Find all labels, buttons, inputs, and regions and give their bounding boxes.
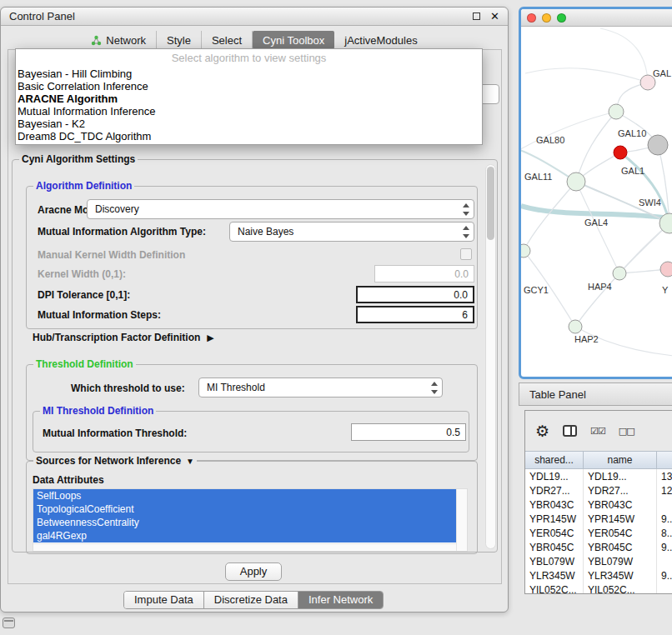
table-cell: 13...: [657, 469, 672, 483]
network-window-titlebar[interactable]: [521, 9, 672, 27]
network-node[interactable]: [613, 267, 626, 280]
table-cell: YBR043C: [525, 498, 584, 512]
table-cell: [657, 582, 672, 594]
column-header[interactable]: name: [584, 451, 657, 469]
network-node[interactable]: [648, 135, 668, 155]
column-header[interactable]: shared...: [525, 451, 584, 469]
network-node[interactable]: [609, 104, 624, 119]
network-node[interactable]: [569, 320, 582, 333]
field-value: 0.0: [454, 289, 468, 301]
node-label: Y: [662, 285, 669, 295]
sources-title: Sources for Network Inference: [36, 455, 181, 467]
hub-definition-expander[interactable]: Hub/Transcription Factor Definition▶: [33, 332, 214, 343]
manual-kernel-checkbox: [460, 248, 472, 260]
table-row[interactable]: YLR345WYLR345W9...: [525, 568, 672, 582]
bottom-tab-bar: Impute Data Discretize Data Infer Networ…: [123, 591, 384, 609]
tab-label: Network: [106, 34, 146, 47]
node-label: GAL4: [584, 218, 608, 228]
tab-label: jActiveModules: [344, 34, 417, 47]
table-row[interactable]: YBL079WYBL079W: [525, 554, 672, 568]
table-row[interactable]: YDL19...YDL19...13...: [525, 469, 672, 483]
select-all-icon[interactable]: ☑☑: [590, 426, 605, 437]
tab-style[interactable]: Style: [157, 31, 202, 49]
algorithm-option[interactable]: Bayesian - K2: [16, 118, 482, 130]
table-panel-titlebar[interactable]: Table Panel: [519, 382, 672, 406]
table-row[interactable]: YDR27...YDR27...12...: [525, 483, 672, 498]
mi-type-combobox[interactable]: Naive Bayes: [229, 222, 474, 242]
algorithm-popup-items: Bayesian - Hill ClimbingBasic Correlatio…: [16, 68, 482, 142]
kernel-width-label: Kernel Width (0,1):: [38, 268, 126, 280]
algorithm-option[interactable]: Basic Correlation Inference: [16, 80, 482, 92]
deselect-all-icon[interactable]: □□: [619, 426, 634, 437]
algorithm-option[interactable]: Dream8 DC_TDC Algorithm: [16, 130, 482, 142]
table-row[interactable]: YER054CYER054C8...: [525, 526, 672, 540]
list-horizontal-scrollbar[interactable]: [33, 543, 456, 551]
settings-scrollbar[interactable]: [485, 164, 496, 549]
tab-discretize-data[interactable]: Discretize Data: [204, 592, 298, 608]
expand-right-icon: ▶: [207, 332, 213, 342]
tab-label: Cyni Toolbox: [263, 34, 324, 47]
control-panel-titlebar[interactable]: Control Panel ✕: [1, 8, 508, 26]
network-canvas[interactable]: GALGAL80GAL10GAL11GAL1SWI4GAL4GCY1HAP4YH…: [521, 27, 672, 377]
apply-button[interactable]: Apply: [225, 562, 282, 581]
tab-select[interactable]: Select: [202, 31, 253, 49]
tab-jactivemodules[interactable]: jActiveModules: [334, 31, 427, 49]
scrollbar-thumb[interactable]: [487, 167, 494, 240]
network-node[interactable]: [660, 262, 672, 277]
sources-expander[interactable]: Sources for Network Inference▼: [33, 455, 197, 467]
network-node[interactable]: [521, 244, 530, 258]
table-row[interactable]: YIL052C...YIL052C...: [525, 582, 672, 594]
table-row[interactable]: YPR145WYPR145W9...: [525, 512, 672, 526]
float-window-icon[interactable]: [473, 12, 480, 20]
kernel-width-field: 0.0: [374, 265, 474, 282]
aracne-mode-combobox[interactable]: Discovery: [87, 199, 474, 219]
node-label: GAL: [653, 68, 671, 78]
table-cell: [657, 554, 672, 568]
gear-icon[interactable]: ⚙: [535, 423, 549, 439]
data-attribute-item[interactable]: BetweennessCentrality: [33, 516, 456, 529]
table-cell: YBL079W: [584, 554, 657, 568]
algorithm-option[interactable]: Mutual Information Inference: [16, 105, 482, 118]
columns-icon[interactable]: [563, 425, 577, 437]
network-node[interactable]: [614, 146, 627, 159]
algorithm-option[interactable]: ARACNE Algorithm: [16, 92, 482, 105]
close-icon[interactable]: ✕: [490, 11, 499, 22]
mi-steps-field[interactable]: 6: [356, 306, 474, 323]
combobox-value: MI Threshold: [207, 382, 265, 393]
mi-type-label: Mutual Information Algorithm Type:: [38, 226, 206, 238]
table-row[interactable]: YBR043CYBR043C: [525, 498, 672, 512]
mi-threshold-field[interactable]: 0.5: [351, 423, 466, 441]
combobox-arrows-icon: [431, 382, 438, 394]
data-attribute-item[interactable]: TopologicalCoefficient: [33, 502, 456, 516]
which-threshold-combobox[interactable]: MI Threshold: [198, 378, 443, 398]
table-row[interactable]: YBR045CYBR045C9...: [525, 540, 672, 554]
column-header[interactable]: [657, 451, 672, 469]
group-title: Algorithm Definition: [33, 180, 134, 192]
table-cell: YPR145W: [525, 512, 584, 526]
docked-panel-icon[interactable]: [3, 618, 15, 628]
close-traffic-light[interactable]: [527, 13, 536, 22]
minimize-traffic-light[interactable]: [542, 13, 551, 22]
table-cell: YIL052C...: [584, 582, 657, 594]
algorithm-popup-placeholder: Select algorithm to view settings: [16, 49, 482, 68]
tab-impute-data[interactable]: Impute Data: [124, 592, 204, 608]
zoom-traffic-light[interactable]: [557, 13, 566, 22]
node-label: GAL80: [536, 135, 564, 145]
group-title: Threshold Definition: [33, 358, 136, 370]
expand-down-icon: ▼: [186, 457, 194, 466]
table-toolbar: ⚙ ☑☑ □□: [525, 411, 672, 451]
data-attribute-item[interactable]: SelfLoops: [33, 489, 456, 502]
list-vertical-scrollbar[interactable]: [456, 489, 467, 551]
combobox-value: Discovery: [95, 203, 139, 215]
data-attributes-list[interactable]: SelfLoopsTopologicalCoefficientBetweenne…: [33, 488, 468, 552]
manual-kernel-label: Manual Kernel Width Definition: [38, 249, 185, 261]
dpi-tolerance-field[interactable]: 0.0: [356, 286, 474, 303]
data-attribute-item[interactable]: gal4RGexp: [33, 529, 456, 542]
tab-network[interactable]: Network: [81, 31, 157, 49]
table-cell: YDR27...: [525, 483, 584, 498]
node-label: HAP2: [574, 334, 599, 344]
algorithm-option[interactable]: Bayesian - Hill Climbing: [16, 68, 482, 80]
tab-cyni-toolbox[interactable]: Cyni Toolbox: [253, 31, 334, 49]
tab-infer-network[interactable]: Infer Network: [298, 592, 383, 608]
network-node[interactable]: [567, 172, 585, 191]
